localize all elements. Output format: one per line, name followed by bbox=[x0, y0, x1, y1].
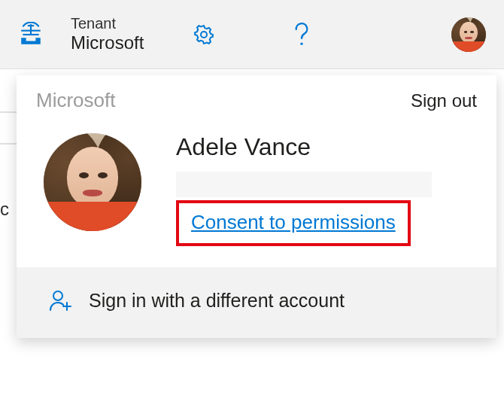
tenant-block[interactable]: Tenant Microsoft bbox=[71, 14, 144, 54]
avatar-small[interactable] bbox=[451, 17, 486, 52]
email-redacted bbox=[176, 172, 432, 197]
settings-button[interactable] bbox=[189, 20, 219, 50]
consent-permissions-link[interactable]: Consent to permissions bbox=[191, 211, 396, 233]
tenant-label: Tenant bbox=[71, 14, 144, 32]
avatar-image bbox=[44, 133, 141, 231]
top-bar: Tenant Microsoft bbox=[0, 0, 504, 69]
svg-point-5 bbox=[53, 291, 62, 300]
flyout-header: Microsoft Sign out bbox=[17, 75, 496, 120]
alt-signin-label: Sign in with a different account bbox=[89, 290, 345, 312]
avatar-image bbox=[451, 17, 486, 52]
gear-icon bbox=[193, 23, 215, 46]
org-label: Microsoft bbox=[36, 89, 115, 112]
background-divider bbox=[0, 111, 17, 113]
display-name: Adele Vance bbox=[176, 133, 477, 161]
profile-details: Adele Vance Consent to permissions bbox=[176, 126, 477, 246]
svg-point-4 bbox=[301, 42, 303, 44]
profile-section: Adele Vance Consent to permissions bbox=[17, 120, 496, 267]
globe-tray-icon bbox=[18, 22, 44, 47]
background-strip bbox=[0, 69, 17, 385]
help-button[interactable] bbox=[287, 20, 317, 50]
account-flyout: Microsoft Sign out Adele Vance Consent t… bbox=[17, 75, 496, 338]
avatar-large bbox=[44, 133, 141, 231]
truncated-text: c bbox=[0, 199, 9, 220]
tenant-name: Microsoft bbox=[71, 32, 144, 54]
background-divider bbox=[0, 143, 17, 145]
person-add-icon bbox=[48, 288, 72, 312]
svg-point-3 bbox=[201, 32, 207, 38]
highlight-box: Consent to permissions bbox=[176, 200, 411, 246]
alt-signin-row[interactable]: Sign in with a different account bbox=[17, 267, 496, 338]
help-icon bbox=[292, 22, 311, 47]
sign-out-link[interactable]: Sign out bbox=[411, 90, 477, 111]
